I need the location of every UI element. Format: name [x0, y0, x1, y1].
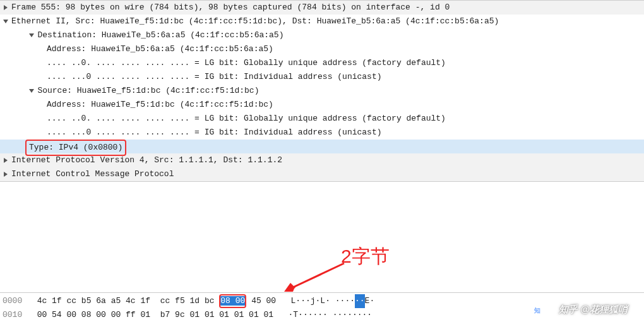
frame-label: Frame 555: 98 bytes on wire (784 bits), … [11, 3, 450, 12]
annotation-arrow-icon [278, 260, 354, 292]
hex-offset: 0000 [3, 296, 22, 306]
chevron-right-icon[interactable] [3, 4, 10, 11]
src-label: Source: HuaweiTe_f5:1d:bc (4c:1f:cc:f5:1… [37, 86, 259, 95]
zhihu-logo-icon: 知 [530, 303, 544, 317]
hex-bytes-a: 00 54 00 08 00 00 ff 01 [37, 310, 150, 319]
hex-ascii: ·T······ ········ [289, 310, 373, 319]
hex-bytes-a: 4c 1f cc b5 6a a5 4c 1f [37, 296, 150, 306]
tree-icmp[interactable]: Internet Control Message Protocol [0, 167, 644, 181]
tree-src-addr[interactable]: Address: HuaweiTe_f5:1d:bc (4c:1f:cc:f5:… [0, 98, 644, 112]
hex-ascii-b: ···· [330, 296, 355, 306]
svg-text:知: 知 [534, 307, 540, 314]
hex-ascii-a: L···j·L· [291, 296, 330, 306]
tree-eth[interactable]: Ethernet II, Src: HuaweiTe_f5:1d:bc (4c:… [0, 15, 644, 28]
tree-dst-addr[interactable]: Address: HuaweiTe_b5:6a:a5 (4c:1f:cc:b5:… [0, 42, 644, 56]
eth-label: Ethernet II, Src: HuaweiTe_f5:1d:bc (4c:… [11, 16, 499, 26]
tree-dst-ig[interactable]: .... ...0 .... .... .... .... = IG bit: … [0, 70, 644, 84]
hex-offset: 0010 [3, 310, 22, 319]
src-ig-label: .... ...0 .... .... .... .... = IG bit: … [47, 128, 382, 137]
dst-addr-label: Address: HuaweiTe_b5:6a:a5 (4c:1f:cc:b5:… [47, 44, 273, 54]
chevron-down-icon[interactable] [3, 18, 10, 25]
icmp-label: Internet Control Message Protocol [11, 169, 174, 179]
chevron-right-icon[interactable] [3, 157, 10, 164]
dst-ig-label: .... ...0 .... .... .... .... = IG bit: … [47, 72, 382, 81]
tree-src-lg[interactable]: .... ..0. .... .... .... .... = LG bit: … [0, 112, 644, 126]
chevron-down-icon[interactable] [28, 32, 36, 39]
tree-frame[interactable]: Frame 555: 98 bytes on wire (784 bits), … [0, 1, 644, 15]
src-lg-label: .... ..0. .... .... .... .... = LG bit: … [47, 114, 446, 123]
src-addr-label: Address: HuaweiTe_f5:1d:bc (4c:1f:cc:f5:… [47, 100, 273, 109]
hex-row-0[interactable]: 0000 4c 1f cc b5 6a a5 4c 1f cc f5 1d bc… [0, 294, 644, 308]
tree-src-ig[interactable]: .... ...0 .... .... .... .... = IG bit: … [0, 126, 644, 140]
tree-src[interactable]: Source: HuaweiTe_f5:1d:bc (4c:1f:cc:f5:1… [0, 84, 644, 98]
tree-dst-lg[interactable]: .... ..0. .... .... .... .... = LG bit: … [0, 56, 644, 70]
hex-highlight-box: 08 00 [219, 294, 246, 308]
hex-dump-pane: 0000 4c 1f cc b5 6a a5 4c 1f cc f5 1d bc… [0, 292, 644, 322]
chevron-down-icon[interactable] [28, 88, 36, 94]
tree-type-selected[interactable]: Type: IPv4 (0x0800) [0, 140, 644, 153]
hex-ascii-c: E· [365, 296, 375, 306]
hex-bytes-b2: 45 00 [251, 296, 276, 306]
dst-lg-label: .... ..0. .... .... .... .... = LG bit: … [47, 58, 446, 68]
dst-label: Destination: HuaweiTe_b5:6a:a5 (4c:1f:cc… [37, 30, 283, 40]
type-label: Type: IPv4 (0x0800) [29, 143, 122, 152]
hex-ascii-selected: ·· [355, 294, 365, 308]
hex-selected-bytes: 08 00 [220, 296, 245, 306]
hex-bytes-b1: cc f5 1d bc [160, 296, 215, 306]
ipv4-label: Internet Protocol Version 4, Src: 1.1.1.… [11, 155, 282, 165]
hex-row-1[interactable]: 0010 00 54 00 08 00 00 ff 01 b7 9c 01 01… [0, 308, 644, 322]
hex-bytes-b: b7 9c 01 01 01 01 01 01 [160, 310, 273, 319]
tree-ipv4[interactable]: Internet Protocol Version 4, Src: 1.1.1.… [0, 153, 644, 167]
svg-line-0 [290, 263, 344, 289]
packet-details-tree: Frame 555: 98 bytes on wire (784 bits), … [0, 0, 644, 182]
tree-dst[interactable]: Destination: HuaweiTe_b5:6a:a5 (4c:1f:cc… [0, 28, 644, 42]
chevron-right-icon[interactable] [3, 171, 10, 177]
